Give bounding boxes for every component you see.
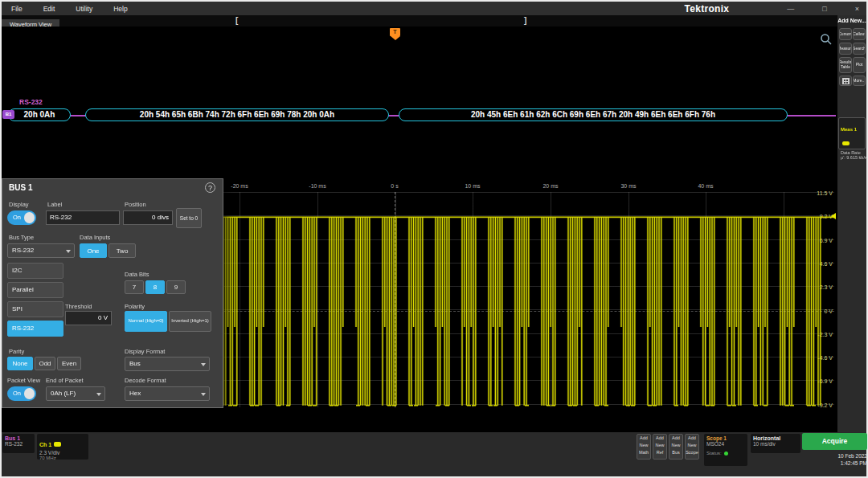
packet-view-toggle[interactable]: On xyxy=(7,386,36,401)
add-new-ref-button[interactable]: Add New Ref xyxy=(653,434,667,460)
measure-button[interactable]: Measure xyxy=(839,43,852,55)
bus-type-option-parallel[interactable]: Parallel xyxy=(7,282,63,298)
ch1-bandwidth: 70 MHz xyxy=(39,456,86,460)
table-tool-button[interactable] xyxy=(839,76,852,86)
set-to-zero-button[interactable]: Set to 0 xyxy=(176,208,202,228)
add-new-scope-button[interactable]: Add New Scope xyxy=(685,434,699,460)
menu-utility[interactable]: Utility xyxy=(76,5,92,13)
bus-type-option-spi[interactable]: SPI xyxy=(7,301,63,317)
add-new-bus-line2: New xyxy=(669,442,682,449)
waveform-display: -20 ms -10 ms 0 s 10 ms 20 ms 30 ms 40 m… xyxy=(2,27,837,432)
menu-edit[interactable]: Edit xyxy=(43,5,55,13)
threshold-input[interactable]: 0 V xyxy=(65,311,112,325)
ch1-badge[interactable]: Ch 1 2.3 V/div 70 MHz xyxy=(37,434,88,460)
packet-view-label: Packet View xyxy=(7,377,40,384)
data-inputs-one-button[interactable]: One xyxy=(80,243,107,258)
chevron-down-icon xyxy=(66,250,71,253)
polarity-inverted-button[interactable]: Inverted (High=1) xyxy=(169,311,211,332)
time-label: 30 ms xyxy=(612,183,645,189)
label-input[interactable]: RS-232 xyxy=(46,210,120,225)
data-inputs-label: Data Inputs xyxy=(80,234,110,241)
bus-type-option-rs232[interactable]: RS-232 xyxy=(7,321,63,337)
threshold-label: Threshold xyxy=(65,303,92,310)
bus1-config-dialog: BUS 1 ? Display Label Position On RS-232… xyxy=(2,178,223,408)
trigger-flag-icon[interactable]: T xyxy=(390,28,400,36)
scope1-model: MSO24 xyxy=(706,441,745,447)
app-window: File Edit Utility Help Tektronix — □ × W… xyxy=(0,0,868,478)
search-button[interactable]: Search xyxy=(853,43,866,55)
bus-packet-box: 20h 0Ah xyxy=(8,108,71,121)
decode-format-dropdown[interactable]: Hex xyxy=(125,386,210,401)
toggle-knob xyxy=(24,388,35,399)
cursors-button[interactable]: Cursors xyxy=(839,28,852,40)
table-icon xyxy=(842,78,850,84)
meas1-badge[interactable]: Meas 1 Data Rate µ': 9.615 kb/s xyxy=(838,117,866,149)
add-new-scope-line1: Add xyxy=(686,435,698,442)
meas1-source-tag xyxy=(842,141,850,145)
results-table-button[interactable]: Results Table xyxy=(839,57,852,73)
add-new-ref-line1: Add xyxy=(653,435,666,442)
chevron-down-icon xyxy=(96,393,101,396)
chevron-down-icon xyxy=(201,363,206,366)
add-new-bus-line3: Bus xyxy=(669,449,682,456)
parity-none-button[interactable]: None xyxy=(7,357,33,370)
menu-file[interactable]: File xyxy=(11,5,23,13)
bus1-badge[interactable]: Bus 1 RS-232 xyxy=(2,434,35,453)
label-label: Label xyxy=(47,201,62,208)
bus1-tag: B1 xyxy=(2,110,14,119)
add-new-title: Add New... xyxy=(837,18,866,23)
ch1-badge-tag xyxy=(54,442,61,447)
ch1-badge-name: Ch 1 xyxy=(39,442,51,447)
bus-type-option-i2c[interactable]: I2C xyxy=(7,263,63,279)
plot-button[interactable]: Plot xyxy=(853,57,866,73)
add-new-ref-line3: Ref xyxy=(653,449,666,456)
magnifier-icon[interactable] xyxy=(820,33,833,49)
add-new-bus-button[interactable]: Add New Bus xyxy=(669,434,683,460)
display-format-dropdown[interactable]: Bus xyxy=(125,357,210,371)
horizontal-badge[interactable]: Horizontal 10 ms/div xyxy=(751,434,800,453)
data-bits-9-button[interactable]: 9 xyxy=(166,280,186,294)
add-new-math-line3: Math xyxy=(637,449,650,456)
help-icon[interactable]: ? xyxy=(205,182,215,193)
more-button[interactable]: More... xyxy=(853,76,866,86)
close-button[interactable]: × xyxy=(855,5,859,13)
scope1-badge[interactable]: Scope 1 MSO24 Status: xyxy=(704,434,747,466)
data-inputs-two-button[interactable]: Two xyxy=(108,243,136,258)
menu-help[interactable]: Help xyxy=(113,5,127,13)
add-new-math-line1: Add xyxy=(637,435,650,442)
bus-packet-box: 20h 54h 65h 6Bh 74h 72h 6Fh 6Eh 69h 78h … xyxy=(85,108,389,121)
bus-type-dropdown[interactable]: RS-232 xyxy=(7,243,75,258)
position-input[interactable]: 0 divs xyxy=(123,210,173,225)
zoom-bracket-right[interactable]: ] xyxy=(524,16,526,25)
horizontal-value: 10 ms/div xyxy=(753,441,798,447)
data-bits-8-button[interactable]: 8 xyxy=(145,280,165,294)
data-bits-7-button[interactable]: 7 xyxy=(125,280,144,294)
zoom-bracket-left[interactable]: [ xyxy=(235,16,238,25)
toggle-knob xyxy=(24,212,35,223)
tektronix-logo: Tektronix xyxy=(684,3,729,14)
dialog-title: BUS 1 xyxy=(9,183,32,192)
meas1-name: Meas 1 xyxy=(841,127,857,132)
horizontal-label: Horizontal xyxy=(753,435,798,441)
add-new-bus-line1: Add xyxy=(669,435,682,442)
parity-even-button[interactable]: Even xyxy=(57,357,81,370)
acquire-button[interactable]: Acquire xyxy=(802,433,867,450)
titlebar: File Edit Utility Help Tektronix — □ × xyxy=(2,2,866,15)
display-label: Display xyxy=(9,201,29,208)
maximize-button[interactable]: □ xyxy=(822,5,826,13)
add-new-scope-line2: New xyxy=(686,442,698,449)
parity-odd-button[interactable]: Odd xyxy=(35,357,55,370)
time-label: -20 ms xyxy=(223,183,256,189)
ch1-position-marker[interactable] xyxy=(831,213,836,219)
packet-view-toggle-label: On xyxy=(13,390,21,397)
add-new-math-button[interactable]: Add New Math xyxy=(637,434,651,460)
polarity-normal-button[interactable]: Normal (High=0) xyxy=(125,311,167,332)
callout-button[interactable]: Callout xyxy=(853,28,866,40)
parity-label: Parity xyxy=(9,348,24,355)
end-of-packet-dropdown[interactable]: 0Ah (LF) xyxy=(46,386,105,401)
status-ok-icon xyxy=(724,451,728,456)
minimize-button[interactable]: — xyxy=(787,5,794,13)
bus-decode-label: RS-232 xyxy=(19,98,43,106)
display-toggle[interactable]: On xyxy=(7,210,36,225)
bus1-badge-type: RS-232 xyxy=(5,441,32,447)
